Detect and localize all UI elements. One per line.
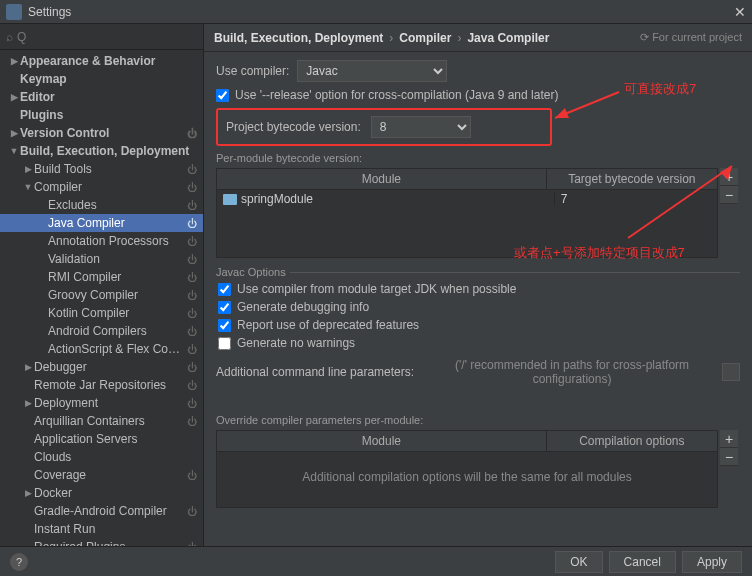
- tree-node[interactable]: ▼Build, Execution, Deployment: [0, 142, 203, 160]
- ok-button[interactable]: OK: [555, 551, 602, 573]
- tree-node[interactable]: ▶Deployment⏻: [0, 394, 203, 412]
- tree-node[interactable]: ▶Debugger⏻: [0, 358, 203, 376]
- tree-node-label: Compiler: [34, 180, 187, 194]
- tree-node[interactable]: Plugins: [0, 106, 203, 124]
- breadcrumb-a[interactable]: Build, Execution, Deployment: [214, 31, 383, 45]
- apply-button[interactable]: Apply: [682, 551, 742, 573]
- tree-arrow-icon: ▶: [22, 164, 34, 174]
- project-scope-icon: ⏻: [187, 236, 197, 247]
- per-module-grid[interactable]: Module Target bytecode version springMod…: [216, 168, 718, 258]
- gen-debug-label: Generate debugging info: [237, 300, 369, 314]
- tree-node[interactable]: Arquillian Containers⏻: [0, 412, 203, 430]
- release-option-label: Use '--release' option for cross-compila…: [235, 88, 558, 102]
- tree-node[interactable]: ▶Version Control⏻: [0, 124, 203, 142]
- cmdline-hint: ('/' recommended in paths for cross-plat…: [422, 358, 722, 386]
- tree-node[interactable]: ▶Build Tools⏻: [0, 160, 203, 178]
- close-icon[interactable]: ✕: [734, 4, 746, 20]
- tree-node-label: Coverage: [34, 468, 187, 482]
- per-module-label: Per-module bytecode version:: [216, 152, 740, 164]
- tree-node[interactable]: Application Servers: [0, 430, 203, 448]
- expand-cmdline-button[interactable]: [722, 363, 740, 381]
- tree-node-label: RMI Compiler: [48, 270, 187, 284]
- use-compiler-select[interactable]: Javac: [297, 60, 447, 82]
- tree-node[interactable]: RMI Compiler⏻: [0, 268, 203, 286]
- module-name: springModule: [241, 192, 554, 206]
- tree-node[interactable]: Android Compilers⏻: [0, 322, 203, 340]
- tree-node-label: Arquillian Containers: [34, 414, 187, 428]
- chevron-right-icon: ›: [457, 31, 461, 45]
- project-scope-icon: ⏻: [187, 506, 197, 517]
- remove-module-button[interactable]: −: [720, 186, 738, 204]
- add-module-button[interactable]: +: [720, 168, 738, 186]
- breadcrumb-b[interactable]: Compiler: [399, 31, 451, 45]
- project-scope-icon: ⏻: [187, 326, 197, 337]
- tree-node[interactable]: Excludes⏻: [0, 196, 203, 214]
- override-remove-button[interactable]: −: [720, 448, 738, 466]
- tree-arrow-icon: ▶: [22, 362, 34, 372]
- tree-node-label: Clouds: [34, 450, 197, 464]
- override-grid[interactable]: Module Compilation options Additional co…: [216, 430, 718, 508]
- tree-node-label: Android Compilers: [48, 324, 187, 338]
- javac-options-legend: Javac Options: [212, 266, 290, 278]
- tree-node[interactable]: Gradle-Android Compiler⏻: [0, 502, 203, 520]
- tree-arrow-icon: ▶: [8, 92, 20, 102]
- app-icon: [6, 4, 22, 20]
- no-warnings-label: Generate no warnings: [237, 336, 355, 350]
- project-bytecode-select[interactable]: 8: [371, 116, 471, 138]
- tree-node[interactable]: ▶Editor: [0, 88, 203, 106]
- override-add-button[interactable]: +: [720, 430, 738, 448]
- tree-node[interactable]: ▼Compiler⏻: [0, 178, 203, 196]
- search-placeholder: Q: [17, 30, 26, 44]
- tree-arrow-icon: ▼: [22, 182, 34, 192]
- tree-arrow-icon: ▼: [8, 146, 20, 156]
- report-deprecated-label: Report use of deprecated features: [237, 318, 419, 332]
- search-input[interactable]: ⌕ Q: [0, 24, 203, 50]
- release-option-checkbox[interactable]: [216, 89, 229, 102]
- project-scope-icon: ⏻: [187, 398, 197, 409]
- tree-node[interactable]: Java Compiler⏻: [0, 214, 203, 232]
- settings-tree[interactable]: ▶Appearance & BehaviorKeymap▶EditorPlugi…: [0, 50, 203, 546]
- tree-node-label: Gradle-Android Compiler: [34, 504, 187, 518]
- project-scope-icon: ⏻: [187, 308, 197, 319]
- tree-node[interactable]: ▶Appearance & Behavior: [0, 52, 203, 70]
- tree-node[interactable]: Annotation Processors⏻: [0, 232, 203, 250]
- tree-node[interactable]: Remote Jar Repositories⏻: [0, 376, 203, 394]
- tree-node[interactable]: ▶Docker: [0, 484, 203, 502]
- tree-node-label: Appearance & Behavior: [20, 54, 197, 68]
- cancel-button[interactable]: Cancel: [609, 551, 676, 573]
- tree-node-label: Plugins: [20, 108, 197, 122]
- tree-node-label: Kotlin Compiler: [48, 306, 187, 320]
- module-column-header: Module: [217, 169, 547, 189]
- project-scope-icon: ⏻: [187, 470, 197, 481]
- tree-node[interactable]: ActionScript & Flex Compiler⏻: [0, 340, 203, 358]
- tree-node-label: Annotation Processors: [48, 234, 187, 248]
- tree-node-label: ActionScript & Flex Compiler: [48, 342, 187, 356]
- project-scope-icon: ⏻: [187, 128, 197, 139]
- main-panel: Build, Execution, Deployment › Compiler …: [204, 24, 752, 546]
- report-deprecated-checkbox[interactable]: [218, 319, 231, 332]
- tree-node[interactable]: Groovy Compiler⏻: [0, 286, 203, 304]
- tree-node[interactable]: Instant Run: [0, 520, 203, 538]
- folder-icon: [223, 194, 237, 205]
- project-scope-icon: ⏻: [187, 362, 197, 373]
- tree-node-label: Groovy Compiler: [48, 288, 187, 302]
- target-column-header: Target bytecode version: [547, 169, 717, 189]
- tree-node-label: Deployment: [34, 396, 187, 410]
- tree-node[interactable]: Required Plugins⏻: [0, 538, 203, 546]
- use-module-jdk-checkbox[interactable]: [218, 283, 231, 296]
- module-target[interactable]: 7: [554, 192, 717, 206]
- tree-node[interactable]: Validation⏻: [0, 250, 203, 268]
- module-row[interactable]: springModule 7: [217, 190, 717, 208]
- help-button[interactable]: ?: [10, 553, 28, 571]
- tree-node-label: Application Servers: [34, 432, 197, 446]
- tree-node[interactable]: Coverage⏻: [0, 466, 203, 484]
- tree-node-label: Validation: [48, 252, 187, 266]
- no-warnings-checkbox[interactable]: [218, 337, 231, 350]
- tree-node[interactable]: Keymap: [0, 70, 203, 88]
- project-scope-icon: ⏻: [187, 344, 197, 355]
- override-empty-message: Additional compilation options will be t…: [217, 452, 717, 502]
- tree-node[interactable]: Clouds: [0, 448, 203, 466]
- gen-debug-checkbox[interactable]: [218, 301, 231, 314]
- tree-node[interactable]: Kotlin Compiler⏻: [0, 304, 203, 322]
- project-scope-icon: ⏻: [187, 182, 197, 193]
